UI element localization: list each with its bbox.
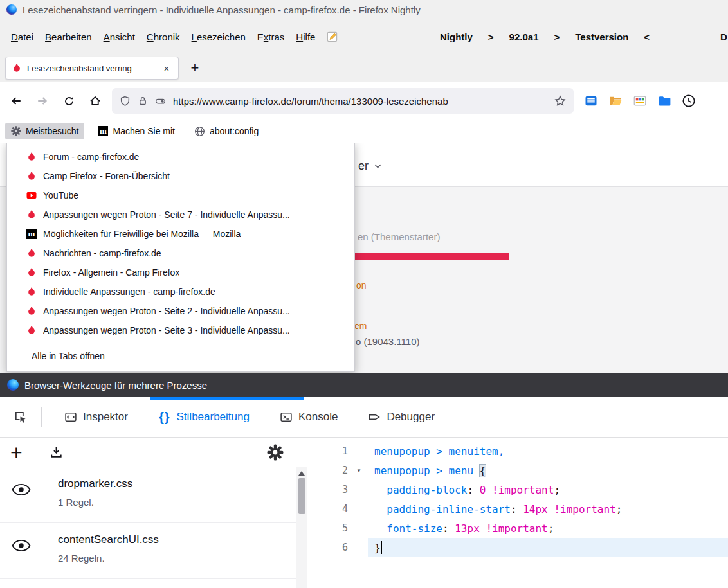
code-line-2[interactable]: 2▾menupopup > menu { (307, 461, 728, 480)
bookmark-menu-item[interactable]: YouTube (7, 186, 354, 205)
code-line-1[interactable]: 1menupopup > menuitem, (307, 441, 728, 461)
line-number: 2 (307, 465, 351, 476)
flame-icon (26, 171, 37, 181)
code-line-5[interactable]: 5 font-size: 13px !important; (307, 519, 728, 538)
bookmark-about-config[interactable]: about:config (188, 123, 264, 140)
line-gutter: 3 (307, 480, 367, 499)
menubar-items: DateiBearbeitenAnsichtChronikLesezeichen… (5, 28, 321, 46)
bookmark-star-icon[interactable] (554, 95, 566, 107)
notes-pencil-icon[interactable] (326, 31, 338, 43)
mozilla-icon: m (26, 229, 37, 239)
stylesheet-row[interactable]: contentSearchUI.css24 Regeln. (0, 523, 307, 579)
title-bar: Lesezeichenabstand verringern - Individu… (0, 0, 728, 19)
bookmark-menu-item[interactable]: Anpassungen wegen Proton - Seite 3 - Ind… (7, 321, 354, 340)
css-source-editor[interactable]: 1menupopup > menuitem,2▾menupopup > menu… (307, 438, 728, 588)
toggle-visibility-button[interactable] (12, 483, 31, 499)
stylesheet-row[interactable]: dropmarker.css1 Regel. (0, 467, 307, 523)
menubar-clipped-text: D (720, 19, 727, 54)
bookmarks-menu-items: Forum - camp-firefox.deCamp Firefox - Fo… (7, 147, 354, 340)
menubar-bearbeiten[interactable]: Bearbeiten (39, 28, 98, 46)
code-line-3[interactable]: 3 padding-block: 0 !important; (307, 480, 728, 499)
inspector-icon (65, 411, 77, 423)
page-content-area: er en (Themenstarter) on em o (19043.111… (0, 143, 728, 373)
menubar-ansicht[interactable]: Ansicht (98, 28, 141, 46)
bookmark-menu-label: Forum - camp-firefox.de (43, 152, 139, 162)
browser-tab[interactable]: Lesezeichenabstand verring × (5, 57, 179, 80)
menubar-hilfe[interactable]: Hilfe (290, 28, 321, 46)
pick-element-button[interactable] (0, 397, 41, 437)
tab-stilbearbeitung[interactable]: {} Stilbearbeitung (143, 397, 265, 437)
bookmark-menu-label: Anpassungen wegen Proton - Seite 7 - Ind… (43, 209, 290, 220)
page-fragment-link-b[interactable]: em (354, 321, 367, 331)
url-text[interactable]: https://www.camp-firefox.de/forum/thema/… (173, 96, 547, 107)
tab-inspektor[interactable]: Inspektor (50, 397, 143, 437)
bookmark-menu-label: Camp Firefox - Foren-Übersicht (43, 171, 170, 181)
scrollbar[interactable] (296, 467, 307, 588)
line-gutter: 2▾ (307, 461, 367, 480)
firefox-nightly-icon (6, 4, 17, 15)
flame-icon (26, 287, 37, 297)
flame-icon (26, 209, 37, 220)
flame-icon (26, 325, 37, 335)
bookmark-menu-item[interactable]: Camp Firefox - Foren-Übersicht (7, 166, 354, 186)
add-stylesheet-button[interactable]: + (10, 444, 23, 461)
menubar-lesezeichen[interactable]: Lesezeichen (186, 28, 251, 46)
bookmark-menu-item[interactable]: Firefox - Allgemein - Camp Firefox (7, 263, 354, 282)
bookmark-menu-item[interactable]: Forum - camp-firefox.de (7, 147, 354, 166)
style-editor-options-button[interactable] (267, 444, 284, 461)
url-bar[interactable]: https://www.camp-firefox.de/forum/thema/… (112, 88, 574, 114)
tab-manager-icon[interactable] (582, 92, 600, 110)
back-button[interactable] (4, 89, 28, 112)
bookmark-machen-sie-mit[interactable]: m Machen Sie mit (92, 123, 180, 139)
tab-konsole[interactable]: Konsole (265, 397, 353, 437)
new-tab-button[interactable]: + (184, 57, 206, 79)
bookmark-menu-label: Individuelle Anpassungen - camp-firefox.… (43, 287, 215, 297)
chevron-down-icon (374, 164, 381, 168)
line-gutter: 6 (307, 538, 367, 557)
permissions-toggle-icon[interactable] (155, 96, 166, 107)
menubar-extras[interactable]: Extras (251, 28, 291, 46)
bookmark-menu-item[interactable]: mMöglichkeiten für Freiwillige bei Mozil… (7, 224, 354, 244)
menubar-custom-text: Nightly>92.0a1>Testversion< (440, 19, 650, 54)
code-line-6[interactable]: 6} (307, 538, 728, 557)
toolbar-divider (41, 407, 42, 427)
debugger-icon (369, 411, 380, 423)
import-stylesheet-button[interactable] (50, 445, 63, 459)
braces-icon: {} (159, 410, 170, 425)
open-all-in-tabs-item[interactable]: Alle in Tabs öffnen (7, 346, 354, 366)
home-button[interactable] (83, 89, 107, 112)
extension-grid-icon[interactable] (631, 92, 649, 110)
bookmark-label: Meistbesucht (26, 126, 78, 136)
open-folder-icon[interactable] (606, 92, 624, 110)
history-clock-icon[interactable] (680, 92, 698, 110)
code-line-4[interactable]: 4 padding-inline-start: 14px !important; (307, 499, 728, 519)
tab-close-icon[interactable]: × (161, 63, 172, 74)
menubar-chronik[interactable]: Chronik (141, 28, 186, 46)
bookmark-menu-item[interactable]: Anpassungen wegen Proton - Seite 2 - Ind… (7, 301, 354, 321)
lock-icon[interactable] (138, 96, 148, 106)
bookmark-menu-item[interactable]: Anpassungen wegen Proton - Seite 7 - Ind… (7, 205, 354, 224)
tab-debugger[interactable]: Debugger (353, 397, 450, 437)
bookmark-menu-item[interactable]: Nachrichten - camp-firefox.de (7, 244, 354, 263)
style-editor: + dropmarker.css1 Regel.contentSearchUI.… (0, 438, 728, 588)
line-number: 3 (307, 484, 351, 495)
bookmark-menu-label: Anpassungen wegen Proton - Seite 2 - Ind… (43, 306, 290, 316)
forward-button[interactable] (30, 89, 55, 112)
flame-icon (26, 152, 37, 162)
stylesheet-rule-count: 24 Regeln. (0, 546, 307, 564)
bookmark-menu-item[interactable]: Individuelle Anpassungen - camp-firefox.… (7, 282, 354, 301)
bookmarks-folder-icon[interactable] (655, 92, 673, 110)
progress-bar (346, 253, 509, 260)
scrollbar-thumb[interactable] (298, 478, 305, 514)
bookmarks-folder-meistbesucht[interactable]: Meistbesucht (5, 123, 84, 139)
toggle-visibility-button[interactable] (12, 539, 31, 555)
reload-button[interactable] (57, 89, 81, 112)
browser-window: Lesezeichenabstand verringern - Individu… (0, 0, 728, 588)
menubar-right-text: Nightly (440, 31, 473, 42)
tracking-shield-icon[interactable] (120, 96, 131, 107)
line-gutter: 1 (307, 441, 367, 461)
page-fragment-link-a[interactable]: on (356, 280, 367, 290)
scroll-up-arrow-icon[interactable] (298, 471, 305, 476)
menubar-datei[interactable]: Datei (5, 28, 39, 46)
stylesheet-list: dropmarker.css1 Regel.contentSearchUI.cs… (0, 467, 307, 579)
